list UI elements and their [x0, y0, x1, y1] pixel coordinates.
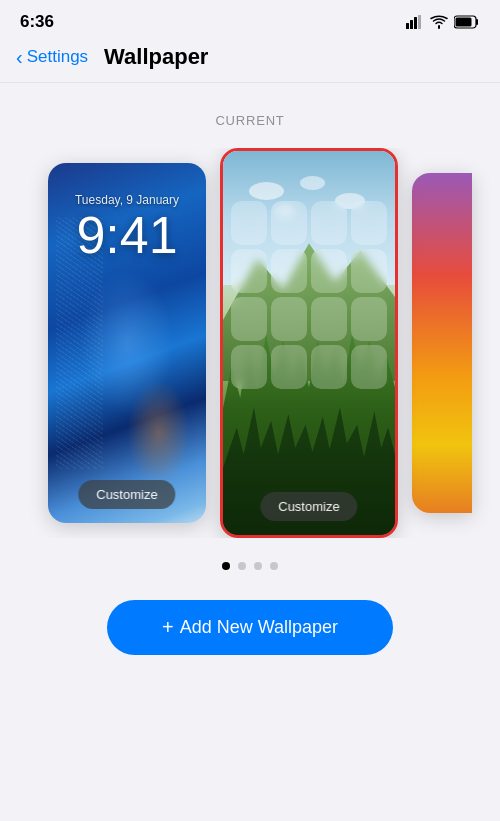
app-icon-12	[351, 297, 387, 341]
app-icon-5	[231, 249, 267, 293]
customize-button-center[interactable]: Customize	[260, 492, 357, 521]
wallpaper-card-forest[interactable]: Customize	[220, 148, 398, 538]
app-icon-8	[351, 249, 387, 293]
app-icon-10	[271, 297, 307, 341]
pagination-dot-1[interactable]	[222, 562, 230, 570]
add-wallpaper-label: Add New Wallpaper	[180, 617, 338, 638]
app-icon-6	[271, 249, 307, 293]
app-icon-9	[231, 297, 267, 341]
status-icons	[406, 15, 480, 29]
app-icon-1	[231, 201, 267, 245]
app-icon-7	[311, 249, 347, 293]
svg-rect-5	[456, 18, 472, 27]
add-wallpaper-button[interactable]: + Add New Wallpaper	[107, 600, 393, 655]
lock-time: 9:41	[76, 207, 177, 264]
app-icon-16	[351, 345, 387, 389]
status-bar: 6:36	[0, 0, 500, 40]
wallpaper-colorful-bg	[412, 173, 472, 513]
signal-icon	[406, 15, 424, 29]
app-icon-2	[271, 201, 307, 245]
page-title: Wallpaper	[104, 44, 208, 70]
app-icon-15	[311, 345, 347, 389]
app-icon-11	[311, 297, 347, 341]
nav-bar: ‹ Settings Wallpaper	[0, 40, 500, 82]
lock-screen-overlay: Tuesday, 9 January 9:41	[48, 163, 206, 523]
back-button[interactable]: ‹ Settings	[16, 46, 88, 69]
wifi-icon	[430, 15, 448, 29]
pagination-dot-4[interactable]	[270, 562, 278, 570]
back-chevron-icon: ‹	[16, 46, 23, 69]
svg-rect-3	[418, 15, 421, 29]
status-time: 6:36	[20, 12, 54, 32]
section-label: CURRENT	[0, 113, 500, 128]
lock-date: Tuesday, 9 January	[75, 193, 179, 207]
pagination-dots	[0, 562, 500, 570]
wallpaper-card-blue[interactable]: Tuesday, 9 January 9:41 Customize	[48, 163, 206, 523]
app-icons-grid	[223, 151, 395, 535]
svg-rect-0	[406, 23, 409, 29]
app-icon-14	[271, 345, 307, 389]
main-content: CURRENT Tuesday, 9 January 9:41 Customiz…	[0, 83, 500, 655]
wallpaper-carousel: Tuesday, 9 January 9:41 Customize	[0, 148, 500, 538]
nav-divider	[0, 82, 500, 83]
app-icon-13	[231, 345, 267, 389]
pagination-dot-2[interactable]	[238, 562, 246, 570]
svg-rect-1	[410, 20, 413, 29]
plus-icon: +	[162, 616, 174, 639]
battery-icon	[454, 15, 480, 29]
customize-button-left[interactable]: Customize	[78, 480, 175, 509]
svg-rect-2	[414, 17, 417, 29]
wallpaper-card-colorful[interactable]	[412, 173, 472, 513]
app-icon-3	[311, 201, 347, 245]
back-label: Settings	[27, 47, 88, 67]
pagination-dot-3[interactable]	[254, 562, 262, 570]
app-icon-4	[351, 201, 387, 245]
